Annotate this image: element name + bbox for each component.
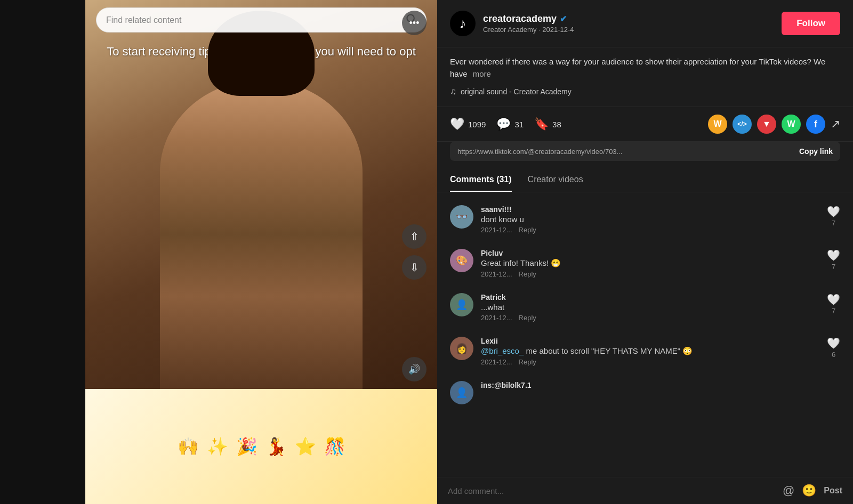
comment-item: 👤 Patrick ...what 2021-12... Reply 🤍 7 (437, 286, 853, 329)
sound-button[interactable]: 🔊 (402, 357, 426, 381)
comment-username[interactable]: Patrick (481, 293, 819, 302)
comment-item: 👩 Lexii @bri_esco_ me about to scroll "H… (437, 329, 853, 373)
comment-meta: 2021-12... Reply (481, 226, 819, 234)
comment-like-3[interactable]: 🤍 6 (827, 337, 840, 359)
comment-text: Great info! Thanks! 😁 (481, 258, 819, 268)
avatar: 👤 (450, 381, 473, 404)
tiktok-logo-icon: ♪ (460, 15, 466, 32)
figure-3: 🎉 (236, 436, 257, 457)
like-heart-icon: 🤍 (827, 205, 840, 218)
comment-item: 👓 saanvi!!! dont know u 2021-12... Reply… (437, 198, 853, 241)
comment-rest: me about to scroll "HEY THATS MY NAME" 😳 (524, 346, 693, 355)
bookmark-action[interactable]: 🔖 38 (534, 117, 561, 131)
comment-text: ...what (481, 303, 819, 312)
like-count: 6 (832, 351, 835, 359)
tab-comments[interactable]: Comments (31) (450, 168, 512, 192)
more-options-button[interactable]: ••• (402, 11, 426, 35)
tabs-row: Comments (31) Creator videos (437, 168, 853, 192)
comment-meta: 2021-12... Reply (481, 314, 819, 322)
description-text: Ever wondered if there was a way for you… (450, 57, 825, 78)
url-row: https://www.tiktok.com/@creatoracademy/v… (450, 142, 840, 161)
comment-text: dont know u (481, 215, 819, 224)
comment-date: 2021-12... (481, 226, 512, 234)
comment-body: saanvi!!! dont know u 2021-12... Reply (481, 205, 819, 234)
avatar: 🎨 (450, 249, 473, 272)
follow-button[interactable]: Follow (782, 12, 840, 35)
add-comment-input[interactable] (448, 486, 776, 495)
like-heart-icon: 🤍 (827, 249, 840, 262)
thumbnail-figures: 🙌 ✨ 🎉 💃 ⭐ 🎊 (167, 426, 356, 467)
mention-link[interactable]: @bri_esco_ (481, 346, 524, 355)
figure-2: ✨ (207, 436, 228, 457)
more-dots-icon: ••• (409, 18, 420, 29)
post-comment-button[interactable]: Post (824, 486, 842, 495)
comment-username[interactable]: Picluv (481, 249, 819, 257)
url-text: https://www.tiktok.com/@creatoracademy/v… (457, 148, 794, 156)
like-count: 7 (832, 307, 835, 315)
comment-username[interactable]: saanvi!!! (481, 205, 819, 214)
person-body (160, 80, 363, 389)
tiktok-logo: ♪ (450, 11, 476, 36)
comment-item: 👤 ins:@bilolk7.1 (437, 373, 853, 412)
like-action[interactable]: 🤍 1099 (450, 117, 486, 131)
creator-header: ♪ creatoracademy ✔ Creator Academy · 202… (437, 0, 853, 47)
comment-like-0[interactable]: 🤍 7 (827, 205, 840, 227)
comment-meta: 2021-12... Reply (481, 270, 819, 278)
search-input[interactable] (106, 15, 400, 25)
share-icon-4[interactable]: f (806, 115, 825, 134)
more-link[interactable]: more (473, 69, 491, 78)
like-count: 1099 (468, 120, 486, 129)
figure-4: 💃 (265, 436, 287, 457)
comment-item: 🎨 Picluv Great info! Thanks! 😁 2021-12..… (437, 241, 853, 286)
creator-username[interactable]: creatoracademy (483, 13, 557, 25)
share-icon-1[interactable]: </> (733, 115, 752, 134)
nav-down-button[interactable]: ⇩ (402, 255, 426, 280)
creator-info: creatoracademy ✔ Creator Academy · 2021-… (483, 13, 774, 34)
chevron-up-icon: ⇧ (410, 230, 419, 243)
copy-link-button[interactable]: Copy link (799, 147, 833, 156)
comment-date: 2021-12... (481, 314, 512, 322)
chevron-down-icon: ⇩ (410, 261, 419, 274)
comment-username[interactable]: ins:@bilolk7.1 (481, 381, 840, 389)
comment-username[interactable]: Lexii (481, 337, 819, 345)
bookmark-count: 38 (552, 120, 561, 129)
comment-action[interactable]: 💬 31 (496, 117, 524, 131)
comment-date: 2021-12... (481, 358, 512, 366)
tab-creator-videos[interactable]: Creator videos (528, 168, 583, 192)
comment-count: 31 (514, 120, 524, 129)
video-thumbnail: 🙌 ✨ 🎉 💃 ⭐ 🎊 (85, 389, 437, 504)
comment-like-1[interactable]: 🤍 7 (827, 249, 840, 271)
comment-icon: 💬 (496, 117, 511, 131)
at-mention-button[interactable]: @ (783, 484, 794, 498)
bookmark-icon: 🔖 (534, 117, 549, 131)
reply-button[interactable]: Reply (519, 358, 536, 366)
reply-button[interactable]: Reply (519, 226, 536, 234)
comment-like-2[interactable]: 🤍 7 (827, 293, 840, 315)
comment-body: Lexii @bri_esco_ me about to scroll "HEY… (481, 337, 819, 366)
reply-button[interactable]: Reply (519, 270, 536, 278)
like-heart-icon: 🤍 (827, 293, 840, 306)
avatar: 👩 (450, 337, 473, 360)
heart-icon: 🤍 (450, 117, 464, 131)
sound-info: ♫ original sound - Creator Academy (450, 85, 840, 98)
figure-1: 🙌 (178, 436, 199, 457)
comment-meta: 2021-12... Reply (481, 358, 819, 366)
share-icon-0[interactable]: W (708, 115, 727, 134)
share-icon-2[interactable]: ▼ (757, 115, 776, 134)
share-more-icon[interactable]: ↗ (831, 117, 840, 131)
actions-row: 🤍 1099 💬 31 🔖 38 W </> ▼ W f ↗ (437, 107, 853, 142)
figure-6: 🎊 (324, 436, 345, 457)
sound-label[interactable]: original sound - Creator Academy (461, 86, 572, 97)
nav-up-button[interactable]: ⇧ (402, 224, 426, 249)
right-panel: ♪ creatoracademy ✔ Creator Academy · 202… (437, 0, 853, 504)
video-player: To start receiving tips from viewers, fi… (85, 0, 437, 389)
emoji-button[interactable]: 🙂 (802, 484, 816, 498)
like-heart-icon: 🤍 (827, 337, 840, 349)
creator-subtitle: Creator Academy · 2021-12-4 (483, 26, 774, 34)
search-bar-container (96, 7, 426, 32)
reply-button[interactable]: Reply (519, 314, 536, 322)
share-icon-3[interactable]: W (782, 115, 801, 134)
creator-name: creatoracademy ✔ (483, 13, 774, 25)
comments-list: 👓 saanvi!!! dont know u 2021-12... Reply… (437, 192, 853, 477)
comment-text: @bri_esco_ me about to scroll "HEY THATS… (481, 346, 819, 356)
